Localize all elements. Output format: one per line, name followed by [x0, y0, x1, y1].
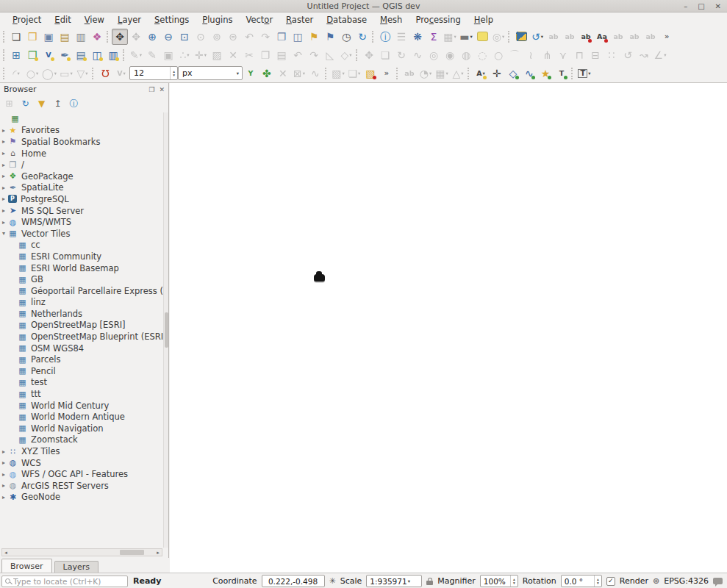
vertical-scrollbar-thumb[interactable]	[165, 312, 168, 348]
browser-item-wms-wmts[interactable]: ▸◍WMS/WMTS	[0, 216, 168, 228]
topological-editing[interactable]: Y	[243, 65, 259, 82]
show-hidden-labels[interactable]: ab	[578, 29, 594, 45]
enable-snapping[interactable]: Ω	[97, 65, 113, 82]
polygon-annotation[interactable]: ◇	[505, 65, 521, 82]
toolbar-handle[interactable]	[3, 68, 5, 79]
change-label-case[interactable]: Aa	[594, 29, 610, 45]
crs-label[interactable]: EPSG:4326	[664, 576, 709, 586]
statistical-summary[interactable]: Σ	[426, 29, 442, 45]
expander-icon[interactable]: ▸	[0, 173, 8, 179]
spinner-arrows-icon[interactable]: ▴▾	[510, 576, 518, 587]
filter-browser[interactable]: ▼	[35, 97, 49, 111]
browser-item-favorites[interactable]: ▸★Favorites	[0, 125, 168, 137]
expander-icon[interactable]: ▸	[0, 494, 8, 501]
measure[interactable]: ▬▾	[458, 29, 474, 45]
panel-float-icon[interactable]: ❐	[148, 86, 154, 93]
browser-vertical-scrollbar[interactable]	[163, 112, 168, 548]
toolbar-handle[interactable]	[396, 68, 398, 79]
locator-input[interactable]	[13, 577, 124, 586]
properties-widget[interactable]: ⓘ	[67, 97, 81, 111]
menu-help[interactable]: Help	[468, 13, 500, 26]
expander-icon[interactable]: ▸	[0, 138, 8, 145]
menu-processing[interactable]: Processing	[409, 13, 467, 26]
browser-item-vector-tiles[interactable]: ▾▦Vector Tiles	[0, 228, 168, 240]
python-console[interactable]	[513, 29, 529, 45]
expander-icon[interactable]: ▸	[0, 219, 8, 226]
text-annotation[interactable]: T	[554, 65, 570, 82]
scroll-left-icon[interactable]: ◂	[2, 550, 10, 556]
zoom-out[interactable]: ⊖	[160, 29, 176, 45]
select-annotation[interactable]: ✛	[489, 65, 505, 82]
tab-browser[interactable]: Browser	[1, 559, 52, 573]
browser-item-arcgis-rest-servers[interactable]: ▸◍ArcGIS REST Servers	[0, 480, 168, 492]
zoom-in[interactable]: ⊕	[144, 29, 160, 45]
browser-item-g-oportail-parcellaire-express-style-noir[interactable]: ▦Géoportail Parcellaire Express (style n…	[0, 285, 168, 297]
toolbar-handle[interactable]	[325, 68, 327, 79]
snapping-tolerance[interactable]: 12▴▾	[129, 66, 178, 80]
new-3d-map-view[interactable]: ◫	[290, 29, 306, 45]
deselect-all[interactable]: ▧	[362, 65, 379, 82]
menu-project[interactable]: Project	[6, 13, 48, 26]
extents-toggle-icon[interactable]: ✳	[329, 577, 336, 585]
browser-horizontal-scrollbar[interactable]: ◂ ▸	[1, 548, 162, 556]
close-button[interactable]: ✕	[715, 3, 721, 10]
new-print-layout[interactable]: ▥	[73, 29, 89, 45]
browser-item-spatial-bookmarks[interactable]: ▸⚑Spatial Bookmarks	[0, 136, 168, 148]
new-spatial-bookmark[interactable]: ⚑	[306, 29, 322, 45]
browser-item-netherlands[interactable]: ▦Netherlands	[0, 308, 168, 320]
layout-manager[interactable]: ▤	[57, 29, 73, 45]
data-source-manager[interactable]: ⊞	[8, 47, 24, 63]
toolbar-handle[interactable]	[123, 49, 125, 61]
browser-item-world-navigation[interactable]: ▦World Navigation	[0, 423, 168, 434]
marker-annotation[interactable]: ★	[537, 65, 554, 82]
browser-item-zoomstack[interactable]: ▦Zoomstack	[0, 434, 168, 446]
browser-item-world-mid-century[interactable]: ▦World Mid Century	[0, 400, 168, 412]
locator-box[interactable]	[1, 576, 128, 587]
toolbar-handle[interactable]	[3, 31, 5, 43]
show-spatial-bookmarks[interactable]: ⚑	[322, 29, 338, 45]
maximize-button[interactable]: □	[698, 3, 704, 10]
browser-item-home[interactable]: ▸⌂Home	[0, 148, 168, 159]
snapping-tolerance-arrows-icon[interactable]: ▴▾	[170, 67, 177, 79]
browser-item-openstreetmap-blueprint-esri[interactable]: ▦OpenStreetMap Blueprint (ESRI)	[0, 331, 168, 343]
expander-icon[interactable]: ▸	[0, 459, 8, 466]
scale-combo[interactable]: 1:935971 ▾	[366, 575, 422, 587]
menu-database[interactable]: Database	[320, 13, 373, 26]
browser-item-parcels[interactable]: ▦Parcels	[0, 354, 168, 365]
crs-globe-icon[interactable]: ⊕	[653, 577, 659, 585]
browser-item-world-modern-antique[interactable]: ▦World Modern Antique	[0, 411, 168, 423]
lock-scale-icon[interactable]	[426, 581, 433, 585]
toolbar-handle[interactable]	[372, 31, 374, 43]
magnifier-spinbox[interactable]: 100% ▴▾	[480, 575, 518, 587]
spinner-arrows-icon[interactable]: ▴▾	[594, 576, 601, 587]
expander-icon[interactable]: ▸	[0, 196, 8, 202]
toolbar-handle[interactable]	[468, 68, 470, 79]
new-map-view[interactable]: ❐	[273, 29, 290, 45]
toolbar-handle[interactable]	[508, 31, 510, 43]
browser-item-geonode[interactable]: ▸✱GeoNode	[0, 492, 168, 503]
browser-item-osm-wgs84[interactable]: ▦OSM WGS84	[0, 343, 168, 354]
toolbar-handle[interactable]	[92, 68, 94, 79]
toolbar-overflow-1[interactable]: »	[659, 29, 675, 45]
expander-icon[interactable]: ▸	[0, 127, 8, 134]
new-geopackage-layer[interactable]: ❒	[24, 47, 40, 63]
tab-layers[interactable]: Layers	[54, 561, 99, 573]
expander-icon[interactable]: ▾	[0, 230, 8, 237]
new-temporary-scratch-layer[interactable]: ▤	[73, 47, 89, 63]
new-shapefile-layer[interactable]: V	[40, 47, 57, 63]
toolbar-handle[interactable]	[107, 31, 109, 43]
panel-close-icon[interactable]: ✕	[159, 86, 165, 93]
collapse-all[interactable]: ↥	[51, 97, 65, 111]
expander-icon[interactable]: ▸	[0, 150, 8, 157]
browser-item-linz[interactable]: ▦linz	[0, 297, 168, 309]
pan-map[interactable]: ✥	[112, 29, 128, 45]
browser-item-spatialite[interactable]: ▸✒SpatiaLite	[0, 182, 168, 194]
temporal-controller[interactable]: ◷	[338, 29, 354, 45]
browser-item-esri-community[interactable]: ▦ESRI Community	[0, 251, 168, 262]
snapping-on-intersection[interactable]: ✤	[259, 65, 275, 82]
menu-raster[interactable]: Raster	[279, 13, 320, 26]
new-mesh-layer[interactable]: ◫	[89, 47, 105, 63]
map-tips[interactable]	[474, 29, 490, 45]
toolbar-handle[interactable]	[356, 49, 358, 61]
line-annotation[interactable]: ∿	[521, 65, 537, 82]
